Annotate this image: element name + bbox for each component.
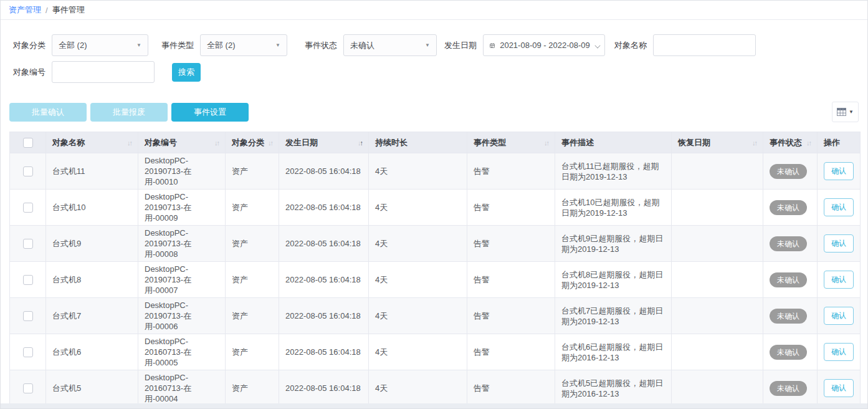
cell-duration: 4天	[369, 298, 467, 334]
table-row: 台式机9DesktopPC-20190713-在用-00008资产2022-08…	[10, 226, 861, 262]
confirm-button[interactable]: 确认	[824, 271, 854, 289]
cell-action: 确认	[818, 298, 861, 334]
cell-occur_date: 2022-08-05 16:04:18	[279, 298, 369, 334]
row-checkbox[interactable]	[23, 383, 33, 393]
cell-name: 台式机7	[46, 298, 138, 334]
cell-duration: 4天	[369, 262, 467, 298]
caret-down-icon: ▼	[275, 42, 280, 48]
column-settings-button[interactable]: ▼	[832, 102, 859, 122]
cell-event_type: 告警	[467, 190, 555, 226]
cell-code: DesktopPC-20190713-在用-00006	[138, 298, 226, 334]
cell-description: 台式机10已超期服役，超期日期为2019-12-13	[555, 190, 672, 226]
caret-down-icon: ▼	[425, 42, 430, 48]
select-all-header-cell	[10, 132, 46, 153]
sort-arrows-icon[interactable]: ↓↑	[752, 139, 756, 147]
cell-action: 确认	[818, 262, 861, 298]
column-label: 事件描述	[561, 137, 594, 148]
status-badge: 未确认	[770, 200, 807, 215]
cell-event_type: 告警	[467, 370, 555, 407]
search-button[interactable]: 搜索	[172, 63, 201, 82]
cell-status: 未确认	[763, 334, 818, 370]
sort-arrows-icon[interactable]: ↓↑	[214, 139, 219, 147]
table-row: 台式机11DesktopPC-20190713-在用-00010资产2022-0…	[10, 153, 861, 190]
occur-date-range-picker[interactable]: 2021-08-09 - 2022-08-09	[483, 34, 605, 56]
column-header-code[interactable]: 对象编号↓↑	[138, 132, 226, 153]
cell-category: 资产	[226, 262, 279, 298]
cell-code: DesktopPC-20160713-在用-00004	[138, 370, 226, 407]
calendar-icon	[490, 41, 495, 50]
event-type-select[interactable]: 全部 (2) ▼	[200, 34, 287, 56]
row-checkbox[interactable]	[23, 311, 33, 321]
cell-action: 确认	[818, 226, 861, 262]
row-checkbox-cell	[10, 153, 46, 190]
cell-name: 台式机8	[46, 262, 138, 298]
confirm-button[interactable]: 确认	[824, 379, 854, 397]
cell-description: 台式机6已超期服役，超期日期为2016-12-13	[555, 334, 672, 370]
object-code-input[interactable]	[52, 61, 155, 83]
table-row: 台式机5DesktopPC-20160713-在用-00004资产2022-08…	[10, 370, 861, 407]
cell-status: 未确认	[763, 153, 818, 190]
sort-arrows-icon[interactable]: ↓↑	[544, 139, 548, 147]
sort-arrows-icon[interactable]: ↓↑	[127, 139, 131, 147]
batch-confirm-button[interactable]: 批量确认	[9, 103, 87, 122]
breadcrumb-separator: /	[45, 6, 48, 15]
row-checkbox[interactable]	[23, 166, 33, 176]
sort-arrows-icon[interactable]: ↓↑	[806, 139, 811, 147]
table-body: 台式机11DesktopPC-20190713-在用-00010资产2022-0…	[10, 153, 861, 409]
table-row: 台式机10DesktopPC-20190713-在用-00009资产2022-0…	[10, 190, 861, 226]
object-category-label: 对象分类	[13, 40, 45, 51]
breadcrumb-event-management: 事件管理	[52, 4, 85, 16]
event-table-wrap: 对象名称↓↑对象编号↓↑对象分类↓↑发生日期↓↑持续时长事件类型↓↑事件描述恢复…	[9, 132, 859, 409]
row-checkbox-cell	[10, 334, 46, 370]
event-management-page: 资产管理 / 事件管理 对象分类 全部 (2) ▼ 事件类型 全部 (2) ▼ …	[0, 0, 868, 409]
cell-category: 资产	[226, 226, 279, 262]
column-label: 对象名称	[52, 137, 85, 148]
cell-status: 未确认	[763, 298, 818, 334]
event-status-label: 事件状态	[305, 40, 337, 51]
column-header-status[interactable]: 事件状态↓↑	[763, 132, 818, 153]
cell-code: DesktopPC-20190713-在用-00007	[138, 262, 226, 298]
cell-recovery_date	[672, 334, 763, 370]
cell-occur_date: 2022-08-05 16:04:18	[279, 370, 369, 407]
event-status-select[interactable]: 未确认 ▼	[343, 34, 437, 56]
row-checkbox[interactable]	[23, 203, 33, 213]
column-header-event_type[interactable]: 事件类型↓↑	[467, 132, 555, 153]
column-header-occur_date[interactable]: 发生日期↓↑	[279, 132, 369, 153]
select-all-checkbox[interactable]	[23, 138, 33, 148]
row-checkbox[interactable]	[23, 275, 33, 285]
confirm-button[interactable]: 确认	[824, 234, 854, 253]
object-category-select[interactable]: 全部 (2) ▼	[52, 34, 148, 56]
column-header-duration: 持续时长	[369, 132, 467, 153]
cell-code: DesktopPC-20190713-在用-00008	[138, 226, 226, 262]
column-header-description: 事件描述	[555, 132, 672, 153]
sort-arrows-icon[interactable]: ↓↑	[358, 139, 362, 147]
cell-code: DesktopPC-20160713-在用-00005	[138, 334, 226, 370]
confirm-button[interactable]: 确认	[824, 343, 854, 361]
confirm-button[interactable]: 确认	[824, 307, 854, 325]
table-row: 台式机6DesktopPC-20160713-在用-00005资产2022-08…	[10, 334, 861, 370]
toolbar: 批量确认 批量报废 事件设置 ▼	[1, 102, 867, 122]
object-name-input[interactable]	[653, 34, 756, 56]
sort-arrows-icon[interactable]: ↓↑	[268, 139, 272, 147]
cell-description: 台式机9已超期服役，超期日期为2019-12-13	[555, 226, 672, 262]
cell-recovery_date	[672, 153, 763, 190]
column-header-name[interactable]: 对象名称↓↑	[46, 132, 138, 153]
cell-recovery_date	[672, 262, 763, 298]
cell-duration: 4天	[369, 370, 467, 407]
confirm-button[interactable]: 确认	[824, 162, 854, 180]
row-checkbox-cell	[10, 298, 46, 334]
filter-row-1: 对象分类 全部 (2) ▼ 事件类型 全部 (2) ▼ 事件状态 未确认 ▼	[9, 34, 859, 56]
cell-occur_date: 2022-08-05 16:04:18	[279, 153, 369, 190]
toolbar-buttons: 批量确认 批量报废 事件设置	[9, 103, 252, 122]
cell-recovery_date	[672, 190, 763, 226]
row-checkbox[interactable]	[23, 239, 33, 249]
column-header-category[interactable]: 对象分类↓↑	[226, 132, 279, 153]
row-checkbox[interactable]	[23, 347, 33, 357]
event-type-label: 事件类型	[161, 40, 194, 51]
batch-scrap-button[interactable]: 批量报废	[90, 103, 168, 122]
confirm-button[interactable]: 确认	[824, 198, 854, 216]
horizontal-scrollbar[interactable]	[1, 403, 867, 408]
breadcrumb-asset-management[interactable]: 资产管理	[9, 4, 41, 16]
event-settings-button[interactable]: 事件设置	[171, 103, 249, 122]
column-header-recovery_date[interactable]: 恢复日期↓↑	[672, 132, 763, 153]
